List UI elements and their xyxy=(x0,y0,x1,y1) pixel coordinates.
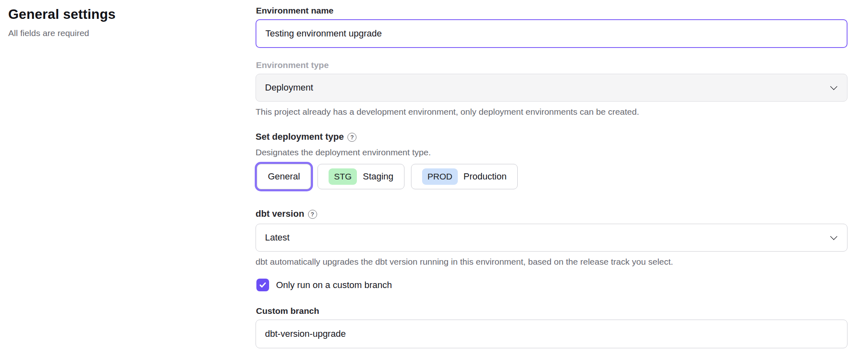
environment-type-value: Deployment xyxy=(265,82,313,93)
deployment-type-options: General STG Staging PROD Production xyxy=(257,164,847,189)
dbt-version-helper: dbt automatically upgrades the dbt versi… xyxy=(256,257,847,267)
dbt-version-group: dbt version ? Latest dbt automatically u… xyxy=(256,209,847,267)
environment-name-group: Environment name xyxy=(256,6,847,48)
custom-branch-checkbox-row: Only run on a custom branch xyxy=(256,279,847,291)
dbt-version-label: dbt version xyxy=(256,209,304,219)
custom-branch-label: Custom branch xyxy=(256,306,847,316)
staging-button-label: Staging xyxy=(363,171,393,182)
deployment-type-label-row: Set deployment type ? xyxy=(256,132,847,142)
deployment-type-staging-button[interactable]: STG Staging xyxy=(318,164,404,189)
staging-badge: STG xyxy=(329,168,357,185)
general-button-label: General xyxy=(268,171,300,182)
dbt-version-value: Latest xyxy=(265,232,290,243)
deployment-type-group: Set deployment type ? Designates the dep… xyxy=(256,132,847,189)
custom-branch-group: Custom branch xyxy=(256,306,847,348)
page-subtitle: All fields are required xyxy=(8,28,256,38)
deployment-type-label: Set deployment type xyxy=(256,132,344,142)
chevron-down-icon xyxy=(830,83,837,90)
production-badge: PROD xyxy=(422,168,458,185)
custom-branch-checkbox-label[interactable]: Only run on a custom branch xyxy=(276,280,392,290)
dbt-version-select[interactable]: Latest xyxy=(256,224,847,252)
environment-name-label: Environment name xyxy=(256,6,847,16)
environment-type-group: Environment type Deployment This project… xyxy=(256,60,847,117)
deployment-type-helper: Designates the deployment environment ty… xyxy=(256,148,847,157)
help-icon[interactable]: ? xyxy=(347,133,356,142)
chevron-down-icon xyxy=(830,233,837,240)
environment-settings-form: Environment name Environment type Deploy… xyxy=(256,0,847,354)
settings-header: General settings All fields are required xyxy=(0,0,256,354)
custom-branch-checkbox[interactable] xyxy=(256,279,269,291)
environment-type-helper: This project already has a development e… xyxy=(256,107,847,117)
page-title: General settings xyxy=(8,7,256,22)
general-settings-page: General settings All fields are required… xyxy=(0,0,868,354)
help-icon[interactable]: ? xyxy=(308,210,317,219)
checkmark-icon xyxy=(259,281,267,289)
dbt-version-label-row: dbt version ? xyxy=(256,209,847,219)
deployment-type-production-button[interactable]: PROD Production xyxy=(411,164,518,189)
production-button-label: Production xyxy=(464,171,507,182)
environment-name-input[interactable] xyxy=(256,19,847,48)
environment-type-label: Environment type xyxy=(256,60,847,70)
deployment-type-general-button[interactable]: General xyxy=(257,164,311,189)
custom-branch-input[interactable] xyxy=(256,320,847,348)
environment-type-select: Deployment xyxy=(256,74,847,102)
